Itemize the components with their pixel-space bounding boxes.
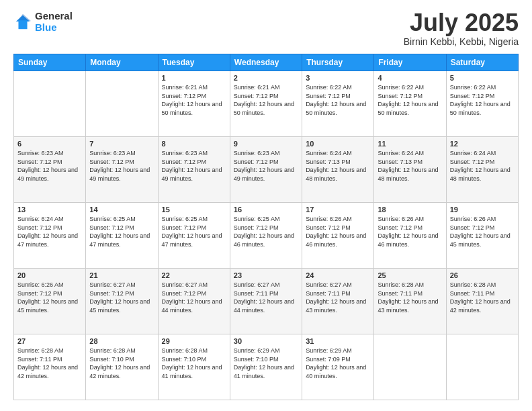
day-info: Sunrise: 6:22 AM Sunset: 7:12 PM Dayligh… <box>306 83 370 117</box>
day-info: Sunrise: 6:21 AM Sunset: 7:12 PM Dayligh… <box>234 83 298 117</box>
calendar-cell: 3Sunrise: 6:22 AM Sunset: 7:12 PM Daylig… <box>302 71 374 137</box>
calendar-cell: 13Sunrise: 6:24 AM Sunset: 7:12 PM Dayli… <box>14 203 86 269</box>
day-info: Sunrise: 6:29 AM Sunset: 7:09 PM Dayligh… <box>306 347 370 380</box>
calendar-week-row: 1Sunrise: 6:21 AM Sunset: 7:12 PM Daylig… <box>14 71 519 137</box>
day-info: Sunrise: 6:28 AM Sunset: 7:10 PM Dayligh… <box>162 347 226 380</box>
day-info: Sunrise: 6:24 AM Sunset: 7:12 PM Dayligh… <box>17 215 82 248</box>
day-number: 9 <box>234 140 298 148</box>
calendar-cell: 27Sunrise: 6:28 AM Sunset: 7:11 PM Dayli… <box>14 334 86 400</box>
day-number: 31 <box>306 337 370 345</box>
day-number: 29 <box>162 337 226 345</box>
calendar-cell <box>446 334 518 400</box>
calendar-cell: 16Sunrise: 6:25 AM Sunset: 7:12 PM Dayli… <box>230 203 302 269</box>
day-info: Sunrise: 6:22 AM Sunset: 7:12 PM Dayligh… <box>378 83 442 117</box>
calendar-cell: 15Sunrise: 6:25 AM Sunset: 7:12 PM Dayli… <box>158 203 230 269</box>
day-number: 10 <box>306 140 370 148</box>
day-number: 5 <box>450 74 515 82</box>
day-number: 2 <box>234 74 298 82</box>
calendar-header-monday: Monday <box>86 54 158 71</box>
calendar-week-row: 20Sunrise: 6:26 AM Sunset: 7:12 PM Dayli… <box>14 269 519 334</box>
calendar-cell: 30Sunrise: 6:29 AM Sunset: 7:10 PM Dayli… <box>230 334 302 400</box>
calendar-week-row: 13Sunrise: 6:24 AM Sunset: 7:12 PM Dayli… <box>14 203 519 269</box>
day-number: 8 <box>162 140 226 148</box>
day-info: Sunrise: 6:23 AM Sunset: 7:12 PM Dayligh… <box>162 149 226 183</box>
calendar-cell: 6Sunrise: 6:23 AM Sunset: 7:12 PM Daylig… <box>14 137 86 203</box>
day-info: Sunrise: 6:23 AM Sunset: 7:12 PM Dayligh… <box>234 149 298 183</box>
day-number: 25 <box>378 271 442 279</box>
day-number: 3 <box>306 74 370 82</box>
calendar-cell: 14Sunrise: 6:25 AM Sunset: 7:12 PM Dayli… <box>86 203 158 269</box>
title-block: July 2025 Birnin Kebbi, Kebbi, Nigeria <box>404 11 519 47</box>
title-location: Birnin Kebbi, Kebbi, Nigeria <box>404 36 519 47</box>
day-number: 28 <box>89 337 154 345</box>
calendar-week-row: 6Sunrise: 6:23 AM Sunset: 7:12 PM Daylig… <box>14 137 519 203</box>
calendar-header-saturday: Saturday <box>446 54 518 71</box>
day-number: 4 <box>378 74 442 82</box>
calendar-cell: 19Sunrise: 6:26 AM Sunset: 7:12 PM Dayli… <box>446 203 518 269</box>
calendar-cell: 8Sunrise: 6:23 AM Sunset: 7:12 PM Daylig… <box>158 137 230 203</box>
day-number: 13 <box>17 205 82 214</box>
calendar-cell: 4Sunrise: 6:22 AM Sunset: 7:12 PM Daylig… <box>374 71 446 137</box>
calendar-cell: 18Sunrise: 6:26 AM Sunset: 7:12 PM Dayli… <box>374 203 446 269</box>
day-info: Sunrise: 6:27 AM Sunset: 7:12 PM Dayligh… <box>89 281 154 314</box>
day-number: 20 <box>17 271 82 279</box>
calendar-header-wednesday: Wednesday <box>230 54 302 71</box>
logo-icon <box>13 13 32 32</box>
day-number: 19 <box>450 205 515 214</box>
calendar-cell: 12Sunrise: 6:24 AM Sunset: 7:12 PM Dayli… <box>446 137 518 203</box>
day-info: Sunrise: 6:28 AM Sunset: 7:10 PM Dayligh… <box>89 347 154 380</box>
day-number: 17 <box>306 205 370 214</box>
calendar-cell: 9Sunrise: 6:23 AM Sunset: 7:12 PM Daylig… <box>230 137 302 203</box>
day-info: Sunrise: 6:24 AM Sunset: 7:12 PM Dayligh… <box>450 149 515 183</box>
day-number: 1 <box>162 74 226 82</box>
day-number: 14 <box>89 205 154 214</box>
day-info: Sunrise: 6:28 AM Sunset: 7:11 PM Dayligh… <box>378 281 442 314</box>
calendar-cell <box>14 71 86 137</box>
calendar-header-row: SundayMondayTuesdayWednesdayThursdayFrid… <box>14 54 519 71</box>
day-info: Sunrise: 6:26 AM Sunset: 7:12 PM Dayligh… <box>306 215 370 248</box>
calendar-cell: 23Sunrise: 6:27 AM Sunset: 7:11 PM Dayli… <box>230 269 302 334</box>
day-info: Sunrise: 6:21 AM Sunset: 7:12 PM Dayligh… <box>162 83 226 117</box>
day-info: Sunrise: 6:26 AM Sunset: 7:12 PM Dayligh… <box>378 215 442 248</box>
header: General Blue July 2025 Birnin Kebbi, Keb… <box>13 11 519 47</box>
calendar-cell: 17Sunrise: 6:26 AM Sunset: 7:12 PM Dayli… <box>302 203 374 269</box>
calendar-table: SundayMondayTuesdayWednesdayThursdayFrid… <box>13 54 519 400</box>
day-number: 11 <box>378 140 442 148</box>
page: General Blue July 2025 Birnin Kebbi, Keb… <box>0 0 532 411</box>
calendar-cell: 1Sunrise: 6:21 AM Sunset: 7:12 PM Daylig… <box>158 71 230 137</box>
day-info: Sunrise: 6:23 AM Sunset: 7:12 PM Dayligh… <box>89 149 154 183</box>
calendar-cell: 29Sunrise: 6:28 AM Sunset: 7:10 PM Dayli… <box>158 334 230 400</box>
calendar-cell: 21Sunrise: 6:27 AM Sunset: 7:12 PM Dayli… <box>86 269 158 334</box>
day-info: Sunrise: 6:28 AM Sunset: 7:11 PM Dayligh… <box>17 347 82 380</box>
day-number: 27 <box>17 337 82 345</box>
day-info: Sunrise: 6:27 AM Sunset: 7:11 PM Dayligh… <box>306 281 370 314</box>
day-number: 18 <box>378 205 442 214</box>
day-info: Sunrise: 6:23 AM Sunset: 7:12 PM Dayligh… <box>17 149 82 183</box>
day-number: 24 <box>306 271 370 279</box>
day-number: 6 <box>17 140 82 148</box>
logo-general-text: General <box>35 11 73 22</box>
day-number: 30 <box>234 337 298 345</box>
day-number: 15 <box>162 205 226 214</box>
day-info: Sunrise: 6:29 AM Sunset: 7:10 PM Dayligh… <box>234 347 298 380</box>
day-info: Sunrise: 6:22 AM Sunset: 7:12 PM Dayligh… <box>450 83 515 117</box>
day-number: 16 <box>234 205 298 214</box>
calendar-cell: 11Sunrise: 6:24 AM Sunset: 7:13 PM Dayli… <box>374 137 446 203</box>
calendar-header-thursday: Thursday <box>302 54 374 71</box>
calendar-cell <box>86 71 158 137</box>
logo: General Blue <box>13 11 73 33</box>
day-number: 12 <box>450 140 515 148</box>
calendar-cell: 10Sunrise: 6:24 AM Sunset: 7:13 PM Dayli… <box>302 137 374 203</box>
calendar-cell: 22Sunrise: 6:27 AM Sunset: 7:12 PM Dayli… <box>158 269 230 334</box>
day-number: 26 <box>450 271 515 279</box>
logo-blue-text: Blue <box>35 22 73 34</box>
day-info: Sunrise: 6:25 AM Sunset: 7:12 PM Dayligh… <box>162 215 226 248</box>
day-info: Sunrise: 6:25 AM Sunset: 7:12 PM Dayligh… <box>234 215 298 248</box>
calendar-week-row: 27Sunrise: 6:28 AM Sunset: 7:11 PM Dayli… <box>14 334 519 400</box>
calendar-cell: 25Sunrise: 6:28 AM Sunset: 7:11 PM Dayli… <box>374 269 446 334</box>
logo-text: General Blue <box>35 11 73 33</box>
calendar-cell: 20Sunrise: 6:26 AM Sunset: 7:12 PM Dayli… <box>14 269 86 334</box>
day-info: Sunrise: 6:25 AM Sunset: 7:12 PM Dayligh… <box>89 215 154 248</box>
title-month: July 2025 <box>404 11 519 35</box>
day-number: 22 <box>162 271 226 279</box>
